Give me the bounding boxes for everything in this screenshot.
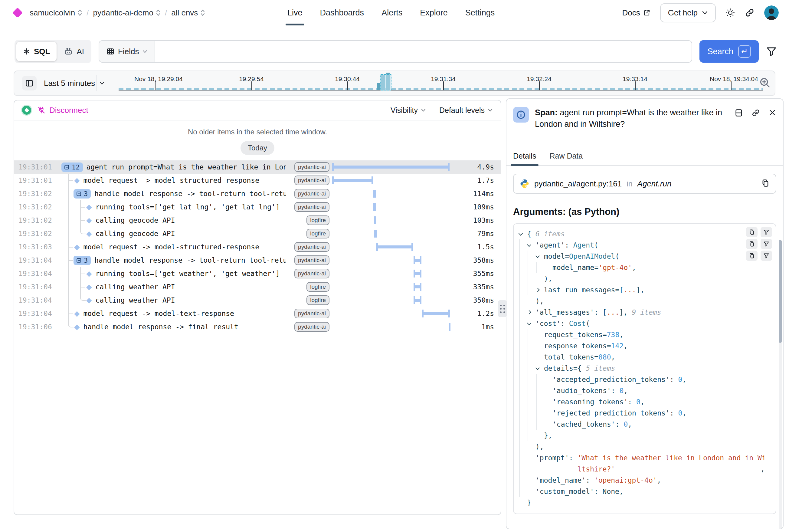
scope-tag[interactable]: pydantic-ai (294, 255, 329, 265)
scrollbar-thumb[interactable] (779, 240, 782, 343)
span-diamond-icon: ◆ (74, 309, 80, 318)
filter-value-button[interactable] (761, 239, 772, 249)
indent-guide (536, 396, 544, 407)
indent-guide (527, 262, 536, 273)
expand-caret-icon[interactable] (527, 310, 531, 314)
scope-tag[interactable]: logfire (306, 229, 329, 239)
chevron-down-icon (142, 50, 147, 53)
trace-row[interactable]: 19:31:06◆handle model response -> final … (14, 320, 501, 334)
link-icon[interactable] (751, 109, 760, 117)
scope-tag[interactable]: pydantic-ai (294, 175, 329, 185)
panel-left-icon (25, 79, 34, 88)
docs-link[interactable]: Docs (622, 8, 650, 18)
collapse-caret-icon[interactable] (536, 253, 540, 258)
logfire-logo-icon[interactable] (13, 7, 23, 18)
scope-tag[interactable]: logfire (306, 282, 329, 292)
toggle-sidebar-button[interactable] (22, 76, 37, 91)
trace-row[interactable]: 19:31:023handle model response -> tool-r… (14, 187, 501, 200)
tab-dashboards[interactable]: Dashboards (320, 0, 364, 25)
scope-tag[interactable]: logfire (306, 215, 329, 225)
breadcrumb-org[interactable]: samuelcolvin (30, 8, 82, 18)
timeline-selection[interactable] (380, 74, 391, 91)
fields-dropdown[interactable]: Fields (99, 41, 155, 62)
tab-live[interactable]: Live (287, 0, 303, 25)
collapse-caret-icon[interactable] (527, 321, 531, 325)
indent-guide (536, 262, 544, 273)
trace-row[interactable]: 19:31:02◆calling geocode APIlogfire103ms (14, 214, 501, 227)
get-help-button[interactable]: Get help (660, 3, 716, 22)
scope-tag[interactable]: pydantic-ai (294, 189, 329, 198)
collapse-caret-icon[interactable] (527, 242, 531, 247)
panel-resize-handle[interactable] (498, 300, 507, 317)
code-token: , (682, 409, 687, 417)
scope-tag[interactable]: pydantic-ai (294, 269, 329, 279)
span-header: Span: agent run prompt=What is the weath… (506, 99, 783, 130)
tree-connector (61, 253, 74, 267)
trace-row[interactable]: 19:31:0112agent run prompt=What is the w… (14, 160, 501, 174)
scrollbar-track (779, 240, 782, 529)
copy-value-button[interactable] (746, 227, 757, 237)
trace-row[interactable]: 19:31:04◆running tools=['get_weather', '… (14, 267, 501, 280)
copy-value-button[interactable] (746, 239, 757, 249)
trace-row[interactable]: 19:31:03◆model request -> model-structur… (14, 240, 501, 253)
chevron-down-icon (421, 108, 426, 112)
filter-button[interactable] (766, 46, 777, 57)
tab-explore[interactable]: Explore (420, 0, 448, 25)
copy-source-button[interactable] (761, 179, 770, 189)
trace-row[interactable]: 19:31:01◆model request -> model-structur… (14, 174, 501, 187)
source-location: pydantic_ai/agent.py:161 in Agent.run (513, 174, 776, 194)
row-duration: 1ms (452, 323, 501, 331)
breadcrumb-project[interactable]: pydantic-ai-demo (93, 8, 161, 18)
tab-raw-data[interactable]: Raw Data (550, 152, 583, 165)
visibility-dropdown[interactable]: Visibility (390, 106, 426, 115)
sql-mode-button[interactable]: SQL (16, 42, 57, 61)
collapse-toggle[interactable]: 3 (74, 189, 91, 198)
theme-toggle-button[interactable] (726, 8, 735, 18)
copy-value-button[interactable] (746, 251, 757, 261)
zoom-in-button[interactable] (759, 77, 771, 90)
code-line: 'prompt': 'What is the weather like in L… (519, 452, 773, 463)
disconnect-button[interactable]: Disconnect (37, 106, 88, 115)
breadcrumb: samuelcolvin / pydantic-ai-demo / all en… (11, 8, 205, 18)
trace-row[interactable]: 19:31:04◆model request -> model-text-res… (14, 307, 501, 320)
scope-tag[interactable]: pydantic-ai (294, 309, 329, 318)
trace-row[interactable]: 19:31:04◆calling weather APIlogfire335ms (14, 280, 501, 293)
scope-tag[interactable]: pydantic-ai (294, 322, 329, 332)
scope-tag[interactable]: pydantic-ai (294, 242, 329, 252)
collapse-caret-icon[interactable] (519, 231, 523, 235)
default-levels-dropdown[interactable]: Default levels (439, 106, 493, 115)
filter-value-button[interactable] (761, 227, 772, 237)
trace-row[interactable]: 19:31:02◆calling geocode APIlogfire79ms (14, 227, 501, 240)
tab-settings[interactable]: Settings (465, 0, 495, 25)
row-gantt-cell (331, 320, 452, 334)
collapse-toggle[interactable]: 12 (61, 163, 83, 172)
share-link-button[interactable] (745, 8, 754, 18)
source-file-link[interactable]: pydantic_ai/agent.py:161 (534, 179, 622, 189)
search-button[interactable]: Search ↵ (699, 40, 759, 63)
avatar[interactable] (764, 5, 779, 20)
tab-alerts[interactable]: Alerts (382, 0, 402, 25)
collapse-toggle[interactable]: 3 (74, 256, 91, 265)
timeline-tick (251, 81, 252, 91)
split-panel-icon[interactable] (734, 109, 743, 117)
row-duration: 355ms (452, 270, 501, 278)
expand-caret-icon[interactable] (536, 287, 540, 292)
trace-row[interactable]: 19:31:04◆calling weather APIlogfire350ms (14, 293, 501, 307)
tab-details[interactable]: Details (513, 152, 536, 165)
code-line: ), (519, 296, 773, 307)
today-badge[interactable]: Today (240, 141, 274, 155)
scope-tag[interactable]: pydantic-ai (294, 162, 329, 172)
close-icon[interactable] (768, 109, 776, 116)
ai-mode-button[interactable]: AI (58, 42, 90, 61)
scope-tag[interactable]: logfire (306, 296, 329, 305)
collapse-caret-icon[interactable] (536, 365, 540, 370)
filter-value-button[interactable] (761, 251, 772, 261)
trace-row[interactable]: 19:31:043handle model response -> tool-r… (14, 253, 501, 267)
duration-bar (413, 296, 421, 304)
scope-tag[interactable]: pydantic-ai (294, 202, 329, 212)
trace-row[interactable]: 19:31:02◆running tools=['get_lat_lng', '… (14, 200, 501, 214)
time-range-dropdown[interactable]: Last 5 minutes (44, 79, 105, 88)
breadcrumb-env[interactable]: all envs (171, 8, 205, 18)
search-input[interactable] (155, 41, 692, 62)
code-token: ( (594, 241, 598, 249)
